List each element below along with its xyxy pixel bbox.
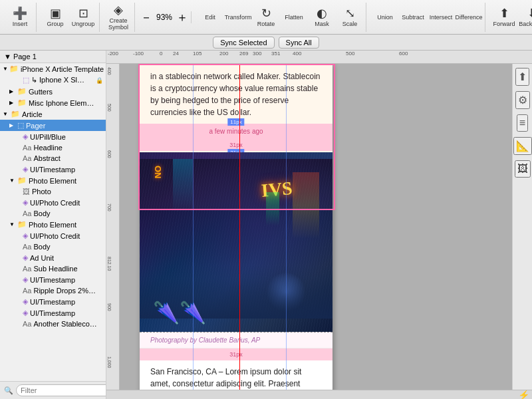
sidebar-item-abstract[interactable]: Aa Abstract — [0, 153, 106, 164]
caption-text: Photography by Claudette Barius, AP — [150, 336, 260, 344]
sub-headline-label: Sub Headline — [33, 265, 77, 273]
abstract-label: Abstract — [33, 154, 60, 162]
sync-selected-button[interactable]: Sync Selected — [213, 37, 274, 49]
canvas-content: in a stablecoin network called Maker. St… — [120, 64, 512, 390]
create-symbol-icon: ◈ — [114, 4, 123, 16]
ui-pill-blue-label: UI/Pill/Blue — [30, 133, 66, 141]
lock-icon: 🔒 — [96, 77, 103, 84]
sidebar-item-photo[interactable]: 🖼 Photo — [0, 186, 106, 197]
gutters-label: Gutters — [29, 88, 53, 96]
ruler-num-400: 400 — [293, 51, 301, 57]
sidebar-item-ripple-drops[interactable]: Aa Ripple Drops 2%… — [0, 285, 106, 296]
intersect-button[interactable]: Intersect — [428, 3, 454, 32]
forward-button[interactable]: ⬆ Forward — [491, 3, 517, 32]
create-symbol-button[interactable]: ◈ Create Symbol — [105, 3, 132, 32]
page-arrow-icon: ▼ — [4, 53, 11, 61]
tree-item-template[interactable]: ▼ 📁 iPhone X Article Template — [0, 63, 106, 74]
zoom-minus-icon[interactable]: － — [140, 11, 152, 23]
difference-button[interactable]: Difference — [456, 3, 482, 32]
sidebar-item-article[interactable]: ▼ 📁 Article — [0, 108, 106, 120]
sidebar-item-ui-timestamp-2[interactable]: ◈ UI/Timestamp — [0, 274, 106, 285]
sidebar-item-ui-timestamp-3[interactable]: ◈ UI/Timestamp — [0, 296, 106, 307]
ui-timestamp-3-label: UI/Timestamp — [30, 298, 75, 306]
gutters-arrow-icon: ▶ — [9, 88, 16, 94]
photo-elem2-arrow-icon: ▼ — [9, 221, 16, 227]
ruler-num-900: 900 — [107, 303, 112, 311]
sidebar-item-photo-element-1[interactable]: ▼ 📁 Photo Element — [0, 175, 106, 186]
sidebar-item-gutters[interactable]: ▶ 📁 Gutters — [0, 86, 106, 97]
text-block: in a stablecoin network called Maker. St… — [140, 65, 332, 124]
sidebar-item-ui-photo-credit-1[interactable]: ◈ UI/Photo Credit — [0, 197, 106, 208]
article-arrow-icon: ▼ — [3, 111, 9, 117]
another-text-icon: Aa — [23, 320, 31, 328]
sidebar-item-body-1[interactable]: Aa Body — [0, 208, 106, 219]
sidebar-item-pager[interactable]: ▶ ⬚ Pager — [0, 120, 106, 131]
rotate-icon: ↻ — [261, 7, 271, 19]
transform-button[interactable]: Transform — [225, 3, 251, 32]
iphone-page-icon: ⬚ — [23, 76, 29, 84]
ruler-num-81210: 812.10 — [107, 257, 112, 271]
scale-button[interactable]: ⤡ Scale — [336, 3, 363, 32]
flatten-button[interactable]: Flatten — [281, 3, 307, 32]
ui-timestamp-4-label: UI/Timestamp — [30, 309, 75, 317]
photo-block: IVS ON 🌂🌂 — [140, 152, 332, 332]
sync-all-button[interactable]: Sync All — [279, 37, 319, 49]
group-button[interactable]: ▣ Group — [42, 3, 68, 32]
canvas-body: 400 500 600 700 812.10 900 1,000 — [106, 64, 532, 390]
sidebar-item-iphone-x-sl[interactable]: ⬚ ↳ Iphone X Sl… 🔒 — [0, 74, 106, 86]
union-button[interactable]: Union — [372, 3, 398, 32]
lightning-button[interactable]: ⚡ — [518, 390, 529, 400]
insert-button[interactable]: ➕ Insert — [7, 3, 33, 32]
layers-panel-button[interactable]: ≡ — [517, 114, 528, 132]
rotate-button[interactable]: ↻ Rotate — [253, 3, 279, 32]
mask-button[interactable]: ◐ Mask — [309, 3, 335, 32]
sidebar-item-body-2[interactable]: Aa Body — [0, 241, 106, 252]
filter-input[interactable] — [16, 384, 106, 396]
grid-button[interactable]: 📐 — [513, 137, 532, 155]
ruler-num-500: 500 — [107, 104, 112, 112]
export-button[interactable]: ⬆ — [515, 68, 529, 86]
dashed-guide-line — [140, 332, 332, 332]
sidebar-item-ui-photo-credit-2[interactable]: ◈ UI/Photo Credit — [0, 230, 106, 241]
sidebar-item-ui-pill-blue[interactable]: ◈ UI/Pill/Blue — [0, 131, 106, 142]
ruler-num-105: 105 — [193, 51, 201, 57]
ruler-num--100: -100 — [133, 51, 144, 57]
backward-button[interactable]: ⬇ Backward — [519, 3, 532, 32]
sidebar-item-headline[interactable]: Aa Headline — [0, 142, 106, 153]
sidebar-item-ad-unit[interactable]: ◈ Ad Unit — [0, 252, 106, 263]
ruler-num-269: 269 — [239, 51, 248, 57]
gutters-folder-icon: 📁 — [17, 87, 27, 96]
pager-icon: ⬚ — [17, 121, 24, 130]
sidebar-item-sub-headline[interactable]: Aa Sub Headline — [0, 263, 106, 274]
bottom-bar: ⚡ — [106, 390, 532, 399]
layer-tree: ▼ 📁 iPhone X Article Template ⬚ ↳ Iphone… — [0, 63, 106, 381]
ungroup-button[interactable]: ⊡ Ungroup — [70, 3, 96, 32]
image-panel-button[interactable]: 🖼 — [515, 160, 531, 178]
template-folder-icon: 📁 — [9, 65, 19, 73]
pink-bar-2: 31px 31px — [140, 139, 332, 151]
zoom-plus-icon[interactable]: ＋ — [176, 11, 188, 23]
edit-button[interactable]: Edit — [197, 3, 223, 32]
sidebar-item-another-stableco[interactable]: Aa Another Stableco… — [0, 319, 106, 329]
ruler-num-300: 300 — [253, 51, 261, 57]
misc-arrow-icon: ▶ — [9, 100, 16, 106]
sidebar-item-ui-timestamp-4[interactable]: ◈ UI/Timestamp — [0, 307, 106, 319]
sidebar-item-misc-iphone[interactable]: ▶ 📁 Misc Iphone Elem… — [0, 97, 106, 108]
headline-text-icon: Aa — [23, 144, 31, 152]
template-label: iPhone X Article Template — [21, 65, 104, 73]
settings-button[interactable]: ⚙ — [515, 91, 530, 109]
photo-img-icon: 🖼 — [23, 188, 30, 196]
subtract-button[interactable]: Subtract — [400, 3, 426, 32]
insert-icon: ➕ — [13, 7, 27, 19]
page-selector[interactable]: ▼ Page 1 — [0, 51, 106, 63]
ad-unit-icon: ◈ — [23, 253, 28, 262]
ui-photo-credit-1-label: UI/Photo Credit — [30, 199, 80, 207]
sidebar-item-ui-timestamp[interactable]: ◈ UI/Timestamp — [0, 164, 106, 175]
ruler-num-600: 600 — [399, 51, 408, 57]
ui-photo-credit-2-label: UI/Photo Credit — [30, 232, 80, 240]
sidebar-item-photo-element-2[interactable]: ▼ 📁 Photo Element — [0, 219, 106, 230]
mask-icon: ◐ — [317, 7, 327, 19]
pill-icon: ◈ — [23, 132, 28, 141]
misc-folder-icon: 📁 — [17, 98, 27, 107]
photo-elem1-folder-icon: 📁 — [17, 176, 27, 185]
